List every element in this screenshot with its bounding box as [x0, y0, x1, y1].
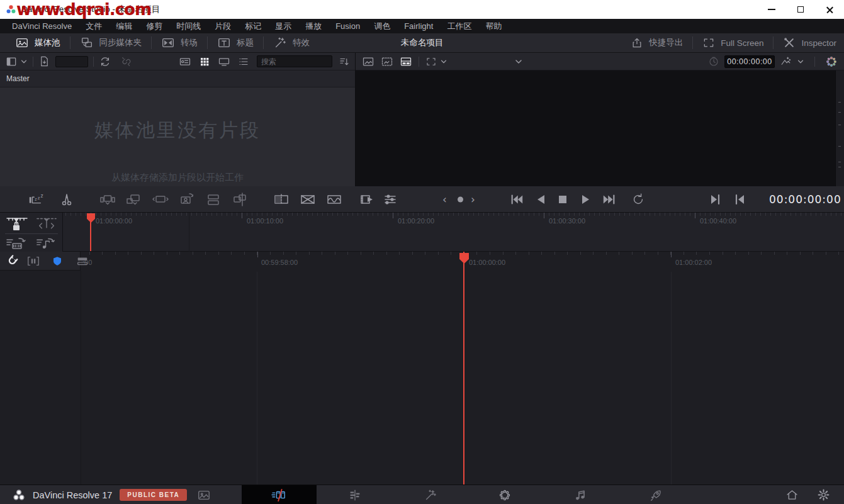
- minimize-button[interactable]: [757, 0, 786, 19]
- transitions-button[interactable]: 转场: [161, 36, 198, 50]
- boring-detector-icon[interactable]: zzz: [28, 192, 44, 207]
- trim-mode-icon[interactable]: [35, 216, 58, 232]
- source-overwrite-icon[interactable]: [232, 192, 248, 207]
- source-tape-view-icon[interactable]: [381, 55, 393, 68]
- stop-button[interactable]: [557, 194, 568, 205]
- marker-duration-icon[interactable]: [26, 255, 40, 267]
- import-media-icon[interactable]: [38, 55, 50, 67]
- menu-item[interactable]: 修剪: [139, 21, 169, 32]
- sync-clip-insert-icon[interactable]: [5, 237, 29, 250]
- menu-item[interactable]: 片段: [208, 21, 238, 32]
- viewer-display[interactable]: [356, 70, 844, 186]
- list-view-icon[interactable]: [238, 56, 249, 67]
- timeline-overview[interactable]: 01:00:00:0001:00:10:0001:00:20:0001:00:3…: [0, 213, 844, 252]
- page-tab-fusion[interactable]: [393, 485, 468, 504]
- timeline-view-icon[interactable]: [400, 55, 412, 68]
- scene-cut-icon[interactable]: [780, 55, 792, 67]
- relink-icon[interactable]: [120, 55, 133, 68]
- loop-icon[interactable]: [631, 193, 645, 206]
- metadata-view-icon[interactable]: [179, 55, 191, 68]
- clock-icon[interactable]: [708, 56, 719, 67]
- chevron-down-icon[interactable]: [20, 58, 28, 65]
- viewer-options-chevron-icon[interactable]: [514, 57, 523, 66]
- menu-item[interactable]: Fusion: [329, 21, 367, 31]
- inspector-button[interactable]: Inspector: [783, 36, 836, 49]
- track-height-icon[interactable]: [76, 255, 89, 267]
- timeline-overview-ruler[interactable]: 01:00:00:0001:00:10:0001:00:20:0001:00:3…: [0, 213, 844, 252]
- search-input[interactable]: [257, 55, 332, 67]
- maximize-button[interactable]: [786, 0, 815, 19]
- close-up-icon[interactable]: [179, 192, 195, 207]
- quick-export-icon: [631, 36, 643, 49]
- menu-item[interactable]: 播放: [298, 21, 329, 32]
- clip-number-field[interactable]: [55, 56, 88, 67]
- refresh-sync-icon[interactable]: [99, 55, 111, 68]
- menu-item[interactable]: 工作区: [440, 21, 478, 32]
- menu-item[interactable]: 时间线: [169, 21, 208, 32]
- page-tab-media[interactable]: [166, 485, 241, 504]
- chevron-down-icon[interactable]: [797, 58, 804, 65]
- playhead-line[interactable]: [463, 252, 464, 484]
- sync-audio-insert-icon[interactable]: [35, 237, 58, 250]
- jog-left-icon[interactable]: ‹: [442, 194, 447, 204]
- sort-icon[interactable]: [339, 56, 350, 67]
- viewer-expand-icon[interactable]: [425, 56, 437, 67]
- thumbnail-view-icon[interactable]: [199, 56, 210, 67]
- full-screen-button[interactable]: Full Screen: [702, 36, 763, 49]
- fast-review-icon[interactable]: [359, 192, 374, 207]
- go-to-end-icon[interactable]: [602, 194, 616, 205]
- project-home-button[interactable]: [783, 485, 801, 504]
- ruler-label: 01:00:40:00: [700, 217, 736, 225]
- menu-item[interactable]: 标记: [238, 21, 268, 32]
- close-button[interactable]: [815, 0, 844, 19]
- playhead-lock-icon[interactable]: [5, 216, 29, 232]
- split-clip-icon[interactable]: [59, 192, 74, 207]
- match-in-icon[interactable]: [734, 194, 745, 205]
- ripple-overwrite-icon[interactable]: [152, 192, 169, 207]
- filmstrip-view-icon[interactable]: [218, 55, 230, 68]
- page-tab-edit[interactable]: [317, 485, 392, 504]
- go-to-start-icon[interactable]: [510, 194, 524, 205]
- menu-item[interactable]: 显示: [268, 21, 298, 32]
- play-button[interactable]: [580, 194, 592, 205]
- dissolve-transition-icon[interactable]: [273, 192, 290, 207]
- match-out-icon[interactable]: [710, 194, 721, 205]
- sync-bin-button[interactable]: 同步媒体夹: [80, 36, 142, 50]
- tools-panel-icon[interactable]: [383, 192, 398, 207]
- chevron-down-icon[interactable]: [440, 58, 447, 65]
- page-tab-fairlight[interactable]: [543, 485, 617, 504]
- timeline-ruler[interactable]: :0000:59:58:0001:00:00:0001:00:02:00: [0, 252, 844, 272]
- cross-dissolve-icon[interactable]: [300, 192, 316, 207]
- play-reverse-button[interactable]: [535, 194, 546, 205]
- snapping-magnet-icon[interactable]: [5, 254, 19, 268]
- timeline-zoomed[interactable]: :0000:59:58:0001:00:00:0001:00:02:00: [0, 252, 844, 484]
- effects-button[interactable]: 特效: [273, 36, 310, 50]
- page-tab-deliver[interactable]: [618, 485, 693, 504]
- bin-list-toggle-icon[interactable]: [5, 55, 18, 68]
- source-clip-view-icon[interactable]: [362, 55, 374, 68]
- flag-icon[interactable]: [52, 255, 63, 267]
- jog-dot-icon[interactable]: [458, 196, 463, 202]
- menu-item[interactable]: 文件: [79, 21, 109, 32]
- smart-insert-icon[interactable]: [99, 192, 116, 207]
- quick-export-button[interactable]: 快捷导出: [631, 36, 683, 49]
- menu-item[interactable]: DaVinci Resolve: [5, 21, 79, 31]
- menu-item[interactable]: 帮助: [478, 21, 509, 32]
- page-tab-cut[interactable]: [242, 485, 317, 504]
- menu-item[interactable]: 编辑: [109, 21, 139, 32]
- menu-item[interactable]: 调色: [367, 21, 397, 32]
- append-clip-icon[interactable]: [126, 192, 142, 207]
- resolve-fx-icon[interactable]: [825, 55, 838, 68]
- media-pool-button[interactable]: 媒体池: [15, 36, 60, 50]
- resolve-logo-icon: [13, 489, 25, 501]
- titles-button[interactable]: 标题: [217, 36, 254, 50]
- smooth-cut-icon[interactable]: [326, 192, 342, 207]
- page-tab-color[interactable]: [467, 485, 542, 504]
- menu-item[interactable]: Fairlight: [397, 21, 440, 31]
- place-on-top-icon[interactable]: [205, 192, 222, 207]
- jog-right-icon[interactable]: ›: [471, 194, 475, 204]
- timeline-gridline: [671, 272, 672, 484]
- bin-path-bar[interactable]: Master: [0, 70, 355, 87]
- project-settings-button[interactable]: [814, 485, 832, 504]
- timeline-gridline: [257, 272, 257, 484]
